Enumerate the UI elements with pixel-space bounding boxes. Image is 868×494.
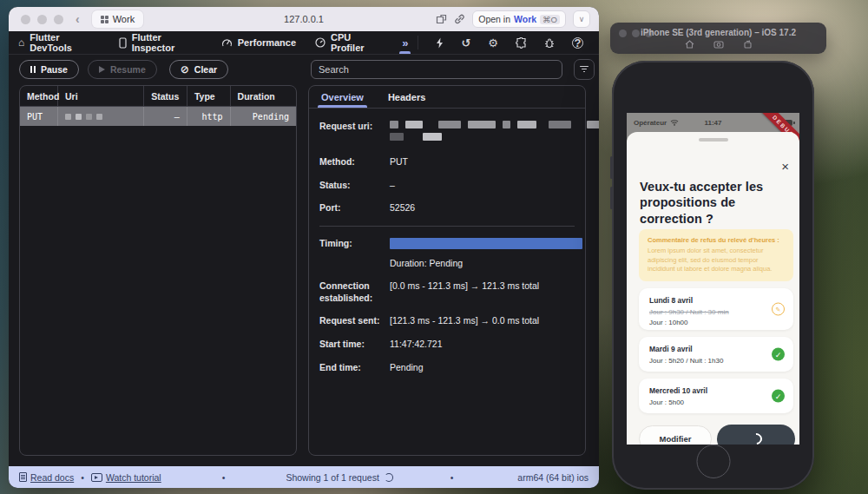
sim-screenshot-icon[interactable] [713, 40, 724, 49]
day-card-monday[interactable]: Lundi 8 avril Jour : 9h30 / Nuit : 30 mi… [639, 288, 793, 330]
comment-title: Commentaire de refus du relevé d'heures … [648, 236, 785, 244]
tab-overview[interactable]: Overview [309, 86, 376, 108]
read-docs-link[interactable]: Read docs [19, 472, 74, 483]
open-external-icon[interactable] [436, 14, 447, 24]
address-url[interactable]: 127.0.0.1 [284, 14, 324, 24]
edit-pencil-icon: ✎ [772, 303, 785, 316]
check-circle-icon: ✓ [772, 390, 785, 403]
devtools-status-bar: Read docs • Watch tutorial • Showing 1 o… [9, 466, 599, 488]
watch-tutorial-link[interactable]: Watch tutorial [91, 472, 161, 483]
connection-value: [0.0 ms - 121.3 ms] → 121.3 ms total [390, 280, 539, 304]
carrier-label: Opérateur [634, 119, 667, 127]
col-type[interactable]: Type [187, 86, 231, 106]
section-divider [319, 226, 575, 227]
traffic-light-close[interactable] [21, 15, 30, 24]
tab-headers[interactable]: Headers [376, 86, 437, 108]
table-row[interactable]: PUT – http Pending [20, 107, 296, 126]
check-circle-icon: ✓ [772, 348, 785, 361]
tab-label: Flutter DevTools [30, 32, 99, 53]
separator-dot: • [222, 472, 226, 483]
field-status: Status: – [319, 180, 575, 192]
comment-body: Lorem ipsum dolor sit amet, consectetur … [648, 247, 785, 274]
loading-spinner-icon [385, 473, 393, 482]
hot-reload-icon[interactable] [436, 37, 444, 49]
requests-table-panel: Method Uri Status Type Duration PUT – ht… [19, 85, 297, 456]
iphone-device: Opérateur 11:47 DEBUG × Veux-tu accepter… [612, 61, 814, 490]
settings-gear-icon[interactable]: ⚙ [488, 36, 498, 49]
tab-flutter-devtools[interactable]: ⌂ Flutter DevTools [9, 31, 109, 54]
separator-dot: • [450, 472, 454, 483]
tab-cpu-profiler[interactable]: CPU Profiler [306, 31, 392, 54]
field-connection: Connection established: [0.0 ms - 121.3 … [319, 280, 575, 304]
day-current-hours: Jour : 10h00 [649, 319, 783, 326]
table-header: Method Uri Status Type Duration [20, 86, 296, 107]
col-uri[interactable]: Uri [58, 86, 144, 106]
sheet-drag-handle[interactable] [699, 138, 728, 142]
sim-home-icon[interactable] [685, 40, 694, 49]
tab-label: CPU Profiler [331, 32, 383, 53]
col-status[interactable]: Status [144, 86, 187, 106]
status-value: – [390, 180, 395, 192]
start-time-value: 11:47:42.721 [390, 339, 443, 351]
sheet-title: Veux-tu accepter les propositions de cor… [640, 179, 792, 227]
method-label: Method: [319, 156, 382, 168]
link-icon[interactable] [454, 14, 465, 24]
traffic-light-zoom[interactable] [54, 15, 63, 24]
wifi-icon [670, 119, 679, 126]
pause-button[interactable]: Pause [19, 60, 79, 79]
open-in-label: Open in [478, 14, 510, 24]
modify-button[interactable]: Modifier [639, 425, 712, 445]
open-in-dropdown-button[interactable]: ∨ [573, 10, 590, 28]
cell-type: http [187, 107, 231, 126]
close-icon[interactable]: × [781, 160, 789, 173]
tab-flutter-inspector[interactable]: Flutter Inspector [109, 31, 212, 54]
field-timing: Timing: [319, 238, 575, 250]
tab-label: » [402, 36, 408, 49]
extensions-puzzle-icon[interactable] [516, 37, 527, 49]
cell-duration: Pending [231, 107, 297, 126]
gauge-icon [315, 37, 326, 48]
pause-icon [30, 66, 36, 73]
search-input[interactable] [311, 60, 562, 79]
tab-label: Performance [238, 37, 296, 48]
help-icon[interactable]: ? [572, 37, 583, 49]
request-uri-label: Request uri: [319, 121, 382, 145]
volume-up-button [610, 156, 613, 179]
day-date: Mercredi 10 avril [649, 386, 783, 395]
connection-label: Connection established: [319, 280, 382, 304]
history-icon[interactable]: ↺ [461, 36, 470, 49]
accept-loading-button[interactable] [717, 425, 795, 445]
home-button[interactable] [696, 445, 730, 478]
details-overview-body: Request uri: Method: PUT Status: – Port: [309, 109, 585, 397]
tab-overflow-chevrons[interactable]: » [392, 31, 418, 54]
document-icon [19, 472, 27, 482]
browser-tab[interactable]: Work [92, 10, 143, 28]
traffic-light-minimize[interactable] [37, 15, 47, 24]
clear-icon: ⊘ [181, 64, 189, 75]
request-sent-label: Request sent: [319, 315, 382, 327]
watch-tutorial-label: Watch tutorial [106, 472, 161, 483]
loading-spinner-icon [748, 431, 764, 445]
col-duration[interactable]: Duration [231, 86, 296, 106]
field-request-uri: Request uri: [319, 121, 575, 145]
resume-button[interactable]: Resume [88, 60, 157, 79]
sim-rotate-icon[interactable] [743, 40, 753, 49]
filter-button[interactable] [574, 59, 595, 80]
network-toolbar: Pause Resume ⊘ Clear [9, 55, 599, 83]
platform-label: arm64 (64 bit) ios [517, 472, 589, 483]
open-in-app-button[interactable]: Open in Work ⌘O [472, 10, 566, 28]
tab-label: Flutter Inspector [132, 32, 202, 53]
bug-report-icon[interactable] [544, 37, 555, 49]
tab-performance[interactable]: Performance [212, 31, 306, 54]
day-card-wednesday[interactable]: Mercredi 10 avril Jour : 5h00 ✓ [639, 379, 793, 413]
clear-button[interactable]: ⊘ Clear [169, 60, 228, 79]
clear-label: Clear [194, 64, 217, 75]
col-method[interactable]: Method [20, 86, 58, 106]
speedometer-icon [221, 37, 233, 48]
request-details-panel: Overview Headers Request uri: Method: PU… [308, 85, 586, 456]
separator-dot: • [81, 472, 84, 483]
back-button[interactable]: ‹ [76, 12, 80, 26]
day-date: Lundi 8 avril [649, 296, 783, 305]
day-card-tuesday[interactable]: Mardi 9 avril Jour : 5h20 / Nuit : 1h30 … [639, 337, 793, 372]
play-icon [99, 66, 105, 73]
